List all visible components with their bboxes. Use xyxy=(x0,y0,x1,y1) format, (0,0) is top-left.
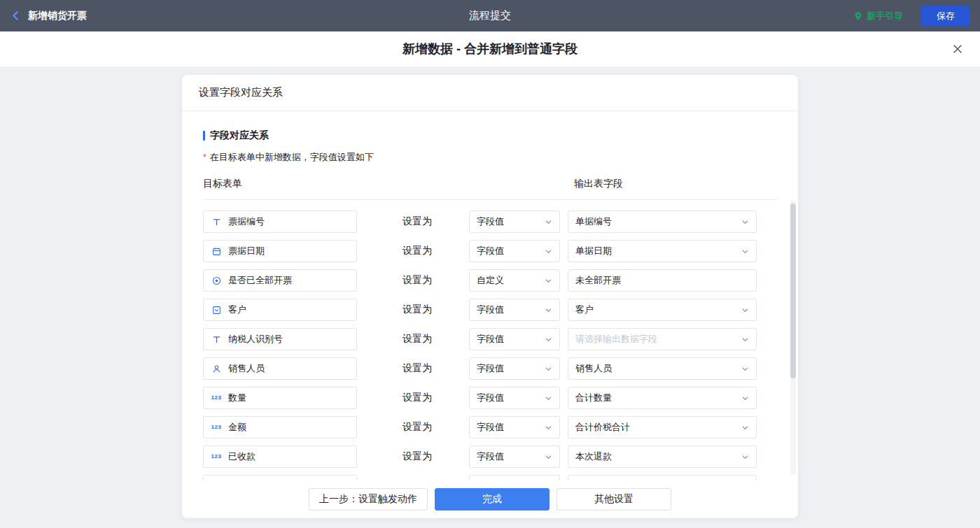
chevron-down-icon xyxy=(545,277,552,285)
target-field-name: 票据日期 xyxy=(228,245,265,257)
field-mapping-row: 是否已全部开票 设置为 自定义 未全部开票 xyxy=(203,269,777,292)
field-type-icon xyxy=(211,306,222,315)
output-field-value: 合计数量 xyxy=(575,392,612,404)
target-field-box[interactable]: 123 数量 xyxy=(203,387,357,409)
save-button[interactable]: 保存 xyxy=(921,6,970,27)
field-type-icon xyxy=(211,335,222,344)
output-field-select[interactable] xyxy=(568,475,757,480)
output-field-value: 单据日期 xyxy=(575,245,612,257)
target-field-box[interactable]: 纳税人识别号 xyxy=(203,328,357,350)
back-button[interactable]: 新增销货开票 xyxy=(10,10,87,22)
section-note-text: 在目标表单中新增数据，字段值设置如下 xyxy=(210,152,374,162)
set-as-label: 设置为 xyxy=(402,450,433,463)
value-mode-select[interactable]: 字段值 xyxy=(469,445,560,468)
value-mode-select[interactable]: 自定义 xyxy=(469,269,560,292)
scrollbar-thumb[interactable] xyxy=(790,204,796,378)
chevron-down-icon xyxy=(741,424,749,431)
output-field-select[interactable]: 客户 xyxy=(568,299,757,321)
output-field-value: 本次退款 xyxy=(575,450,612,463)
value-mode-select[interactable]: 字段值 xyxy=(469,416,560,438)
value-mode-select[interactable]: 字段值 xyxy=(469,387,560,409)
target-field-box[interactable] xyxy=(203,475,357,480)
field-type-icon: 123 xyxy=(211,395,222,401)
chevron-down-icon xyxy=(741,453,749,461)
target-field-box[interactable]: 票据日期 xyxy=(203,240,357,262)
target-field-name: 纳税人识别号 xyxy=(228,333,283,345)
output-field-select[interactable]: 单据日期 xyxy=(568,240,757,262)
output-field-select[interactable]: 请选择输出数据字段 xyxy=(568,328,757,350)
output-field-select[interactable]: 单据编号 xyxy=(568,211,757,233)
field-mapping-row: 票据编号 设置为 字段值 单据编号 xyxy=(203,211,777,233)
section-accent-bar xyxy=(203,131,205,141)
close-button[interactable] xyxy=(952,43,963,55)
previous-step-button[interactable]: 上一步：设置触发动作 xyxy=(309,488,428,511)
section-title-text: 字段对应关系 xyxy=(210,129,269,142)
target-field-box[interactable]: 123 金额 xyxy=(203,416,357,438)
output-field-select[interactable]: 销售人员 xyxy=(568,357,757,380)
set-as-label: 设置为 xyxy=(402,421,433,434)
field-type-icon xyxy=(211,364,222,373)
chevron-down-icon xyxy=(545,306,552,314)
topbar-title: 流程提交 xyxy=(469,9,511,22)
output-field-select[interactable]: 未全部开票 xyxy=(568,269,757,292)
target-field-box[interactable]: 是否已全部开票 xyxy=(203,269,357,292)
value-mode-value: 字段值 xyxy=(477,215,504,228)
beginner-guide-button[interactable]: 新手引导 xyxy=(853,10,903,22)
field-type-icon xyxy=(211,217,222,227)
field-mapping-row: 123 已收款 设置为 字段值 本次退款 xyxy=(203,445,777,468)
target-field-box[interactable]: 客户 xyxy=(203,299,357,321)
value-mode-select[interactable]: 字段值 xyxy=(469,357,560,380)
value-mode-value: 自定义 xyxy=(477,274,504,287)
target-field-name: 票据编号 xyxy=(228,215,265,228)
card-footer: 上一步：设置触发动作 完成 其他设置 xyxy=(182,480,798,518)
output-field-value: 未全部开票 xyxy=(575,274,621,287)
output-field-select[interactable]: 合计数量 xyxy=(568,387,757,409)
field-mapping-row: 123 数量 设置为 字段值 合计数量 xyxy=(203,387,777,409)
field-type-icon xyxy=(211,247,222,256)
target-field-box[interactable]: 123 已收款 xyxy=(203,445,357,468)
set-as-label: 设置为 xyxy=(402,362,433,375)
target-field-name: 数量 xyxy=(228,392,246,404)
chevron-down-icon xyxy=(545,336,552,343)
chevron-down-icon xyxy=(741,306,749,314)
top-navigation-bar: 新增销货开票 流程提交 新手引导 保存 xyxy=(0,0,980,31)
dialog-body: 设置字段对应关系 字段对应关系 *在目标表单中新增数据，字段值设置如下 目标表单… xyxy=(0,66,980,528)
value-mode-select[interactable]: 字段值 xyxy=(469,299,560,321)
chevron-down-icon xyxy=(545,365,552,373)
output-field-value: 请选择输出数据字段 xyxy=(575,333,657,345)
target-field-box[interactable]: 销售人员 xyxy=(203,357,357,380)
value-mode-select[interactable]: 字段值 xyxy=(469,240,560,262)
scrollbar-track[interactable] xyxy=(790,201,796,475)
output-field-value: 销售人员 xyxy=(575,362,612,375)
workflow-name: 新增销货开票 xyxy=(28,10,87,22)
output-field-select[interactable]: 合计价税合计 xyxy=(568,416,757,438)
dialog-title: 新增数据 - 合并新增到普通字段 xyxy=(402,41,578,57)
value-mode-select[interactable] xyxy=(469,475,560,480)
target-field-name: 客户 xyxy=(228,304,246,316)
chevron-down-icon xyxy=(741,336,749,343)
field-mapping-row: 纳税人识别号 设置为 字段值 请选择输出数据字段 xyxy=(203,328,777,350)
section-note: *在目标表单中新增数据，字段值设置如下 xyxy=(203,151,777,164)
output-field-select[interactable]: 本次退款 xyxy=(568,445,757,468)
value-mode-value: 字段值 xyxy=(477,450,504,463)
set-as-label: 设置为 xyxy=(402,215,433,228)
chevron-down-icon xyxy=(545,248,552,255)
chevron-left-icon xyxy=(10,10,22,22)
chevron-down-icon xyxy=(545,453,552,461)
value-mode-select[interactable]: 字段值 xyxy=(469,328,560,350)
field-mapping-row: 123 金额 设置为 字段值 合计价税合计 xyxy=(203,416,777,438)
value-mode-select[interactable]: 字段值 xyxy=(469,211,560,233)
target-field-box[interactable]: 票据编号 xyxy=(203,211,357,233)
value-mode-value: 字段值 xyxy=(477,362,504,375)
chevron-down-icon xyxy=(741,365,749,373)
target-field-name: 销售人员 xyxy=(228,362,265,375)
set-as-label: 设置为 xyxy=(402,392,433,404)
done-button[interactable]: 完成 xyxy=(435,488,550,511)
field-type-icon xyxy=(211,276,222,285)
value-mode-value: 字段值 xyxy=(477,421,504,434)
topbar-actions: 新手引导 保存 xyxy=(853,6,970,27)
other-settings-button[interactable]: 其他设置 xyxy=(556,488,671,511)
value-mode-value: 字段值 xyxy=(477,304,504,316)
chevron-down-icon xyxy=(545,424,552,431)
value-mode-value: 字段值 xyxy=(477,245,504,257)
